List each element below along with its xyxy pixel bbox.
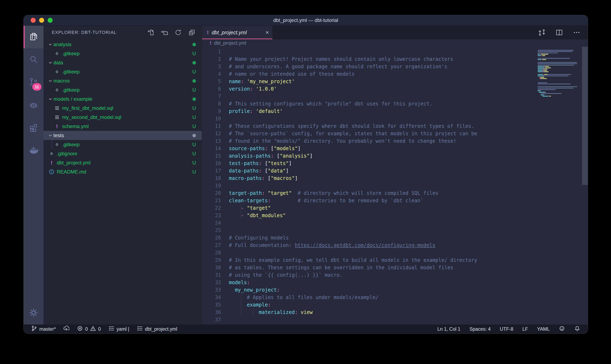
status-dbt-file[interactable]: dbt_project.yml <box>137 325 177 333</box>
code-editor[interactable]: 12# Name your project! Project names sho… <box>202 47 588 325</box>
line-text: data-paths: ["data"] <box>229 167 289 175</box>
status-text: Spaces: 4 <box>470 326 491 332</box>
tree-file--gitkeep[interactable]: .gitkeepU <box>43 49 202 58</box>
status-yaml-schema[interactable]: yaml | <box>108 325 129 333</box>
vscode-window: dbt_project.yml — dbt-tutorial 11 EXPLOR… <box>24 15 588 334</box>
line-number: 25 <box>202 227 221 234</box>
smiley-icon <box>559 325 565 333</box>
tab-dbt-project-yml[interactable]: ! dbt_project.yml × <box>202 26 272 39</box>
tree-file-dbt-project-yml[interactable]: !dbt_project.ymlU <box>43 158 202 167</box>
error-icon <box>77 325 83 333</box>
editor-group: ! dbt_project.yml × ! dbt_project.yml 12… <box>202 26 588 325</box>
more-actions-button[interactable] <box>572 28 581 37</box>
activity-item-explorer[interactable] <box>24 26 43 48</box>
token: [ <box>262 160 268 166</box>
status-indentation[interactable]: Spaces: 4 <box>470 326 491 332</box>
status-encoding[interactable]: UTF-8 <box>500 326 513 332</box>
yaml-file-icon: ! <box>48 160 55 166</box>
branch-icon <box>31 325 37 333</box>
code-line: 18macro-paths: ["macros"] <box>202 175 534 182</box>
git-file-icon <box>54 51 60 57</box>
tree-folder-data[interactable]: data <box>43 58 202 67</box>
activity-item-debug[interactable] <box>24 94 43 117</box>
git-file-icon <box>48 151 55 157</box>
status-git-branch[interactable]: master* <box>31 325 56 333</box>
tree-file-my-first-dbt-model-sql[interactable]: my_first_dbt_model.sqlU <box>43 104 202 113</box>
zoom-window-button[interactable] <box>48 18 53 23</box>
minimap-line <box>541 93 561 94</box>
token: # These configurations specify where dbt… <box>229 123 474 129</box>
minimap-line <box>538 59 541 60</box>
breadcrumb-file[interactable]: dbt_project.yml <box>214 40 246 46</box>
minimize-window-button[interactable] <box>39 18 44 23</box>
close-tab-icon[interactable]: × <box>265 29 269 36</box>
line-text: - "dbt_modules" <box>229 212 286 219</box>
folder-changes-dot <box>193 79 196 83</box>
minimap-line <box>542 96 548 97</box>
minimap-line <box>538 90 541 91</box>
tree-folder-models-example[interactable]: models / example <box>43 94 202 104</box>
minimap-line <box>538 65 574 65</box>
token <box>253 86 256 92</box>
minimap-line <box>547 69 548 69</box>
status-problems[interactable]: 00 <box>77 325 101 333</box>
folder-changes-dot <box>193 134 196 137</box>
tree-file--gitignore[interactable]: .gitignoreU <box>43 149 202 158</box>
status-language-mode[interactable]: YAML <box>537 326 550 332</box>
token: # This setting configures which "profile… <box>229 101 432 107</box>
token: "macros" <box>271 175 295 181</box>
status-sync-changes[interactable] <box>63 325 69 333</box>
tree-file--gitkeep[interactable]: .gitkeepU <box>43 85 202 94</box>
new-folder-button[interactable] <box>161 29 168 36</box>
cloud-upload-icon <box>63 325 69 333</box>
explorer-actions <box>147 29 195 36</box>
tree-file--gitkeep[interactable]: .gitkeepU <box>43 67 202 76</box>
minimap-line <box>538 89 556 90</box>
status-notifications[interactable] <box>574 325 580 333</box>
tab-bar: ! dbt_project.yml × <box>202 26 588 39</box>
activity-item-settings[interactable] <box>24 302 43 325</box>
code-line: 12# The `source-paths` config, for examp… <box>202 130 534 137</box>
tree-file-my-second-dbt-model-sql[interactable]: my_second_dbt_model.sqlU <box>43 113 202 122</box>
tree-item-label: data <box>54 60 63 65</box>
minimap-line <box>538 67 544 68</box>
line-text: # and underscores. A good package name s… <box>229 63 447 70</box>
breadcrumb[interactable]: ! dbt_project.yml <box>202 39 588 47</box>
line-text: models: <box>229 279 250 286</box>
tree-file--gitkeep[interactable]: .gitkeepU <box>43 140 202 149</box>
status-feedback[interactable] <box>559 325 565 333</box>
token: "data" <box>268 168 286 174</box>
collapse-folders-button[interactable] <box>188 29 195 36</box>
activity-item-source-control[interactable]: 11 <box>24 71 43 94</box>
refresh-explorer-button[interactable] <box>174 29 182 36</box>
doc-link[interactable]: https://docs.getdbt.com/docs/configuring… <box>295 242 435 248</box>
minimap-line <box>539 92 545 93</box>
tree-file-schema-yml[interactable]: !schema.ymlU <box>43 122 202 131</box>
status-eol[interactable]: LF <box>522 326 528 332</box>
tree-folder-macros[interactable]: macros <box>43 76 202 85</box>
tree-file-readme-md[interactable]: README.mdU <box>43 167 202 176</box>
token: : <box>277 287 280 293</box>
close-window-button[interactable] <box>31 18 36 23</box>
status-cursor-position[interactable]: Ln 1, Col 1 <box>437 326 460 332</box>
editor-scrollbar[interactable] <box>582 47 588 185</box>
open-changes-button[interactable] <box>538 28 546 37</box>
minimap-line <box>548 84 571 84</box>
token: - <box>241 205 247 211</box>
tree-folder-analysis[interactable]: analysis <box>43 40 202 49</box>
minimap-line <box>544 94 544 95</box>
token: # The `source-paths` config, for example… <box>229 131 477 136</box>
tree-folder-tests[interactable]: tests <box>43 131 202 140</box>
code-line: 1 <box>202 48 534 55</box>
tree-item-label: my_second_dbt_model.sql <box>62 114 121 120</box>
activity-item-extensions[interactable] <box>24 117 43 139</box>
token: : <box>265 146 268 151</box>
split-editor-button[interactable] <box>555 28 563 37</box>
activity-item-docker[interactable] <box>24 139 43 162</box>
minimap-line <box>541 54 548 55</box>
code-line: 23 - "dbt_modules" <box>202 212 534 219</box>
activity-item-search[interactable] <box>24 48 43 71</box>
token: # and underscores. A good package name s… <box>229 64 447 69</box>
code-line: 28 <box>202 249 534 257</box>
new-file-button[interactable] <box>147 29 154 36</box>
